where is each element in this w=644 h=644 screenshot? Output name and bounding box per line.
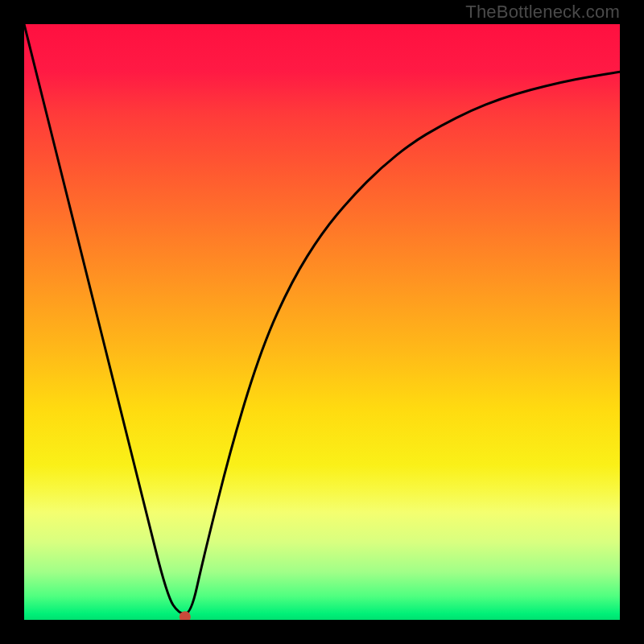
plot-area (24, 24, 620, 620)
curve-svg (24, 24, 620, 620)
bottleneck-curve (24, 24, 620, 614)
watermark-text: TheBottleneck.com (465, 2, 620, 23)
chart-frame: TheBottleneck.com (0, 0, 644, 644)
